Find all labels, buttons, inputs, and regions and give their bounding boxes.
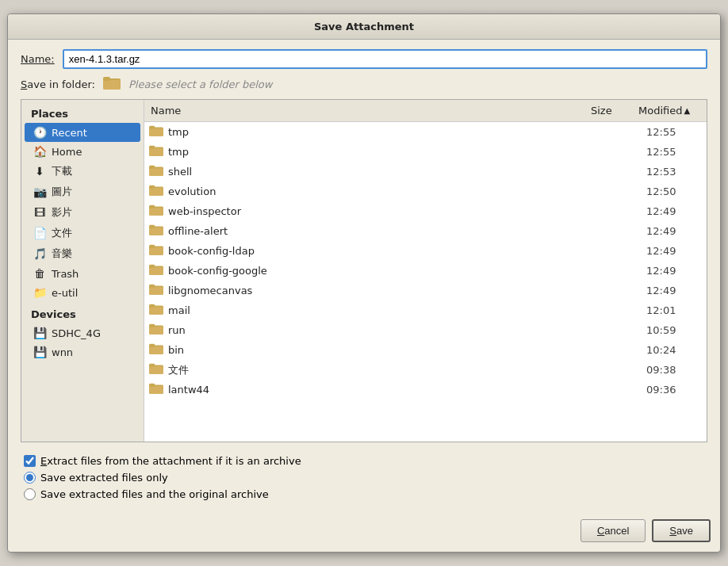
sidebar-item-eutil[interactable]: 📁 e-util: [21, 283, 144, 302]
table-row[interactable]: tmp 12:55: [144, 142, 707, 162]
browser-area: Places 🕐 Recent 🏠 Home ⬇ 下載 📷 圖片: [21, 99, 707, 442]
table-row[interactable]: book-config-ldap 12:49: [144, 241, 707, 261]
svg-rect-17: [149, 205, 155, 208]
svg-rect-13: [149, 188, 163, 196]
folder-file-icon: [149, 224, 163, 239]
svg-rect-25: [149, 267, 163, 275]
extract-checkbox-row: Extract files from the attachment if it …: [24, 455, 704, 467]
table-row[interactable]: run 10:59: [144, 320, 707, 340]
sidebar-item-videos[interactable]: 🎞 影片: [21, 202, 144, 223]
sdhc-icon: 💾: [33, 327, 47, 339]
file-name: evolution: [167, 185, 596, 197]
sidebar-item-documents[interactable]: 📄 文件: [21, 223, 144, 243]
sidebar-item-label: 文件: [52, 226, 72, 240]
svg-rect-1: [103, 80, 121, 90]
file-name: tmp: [167, 126, 596, 138]
svg-rect-11: [149, 166, 155, 169]
sidebar-item-home[interactable]: 🏠 Home: [21, 142, 144, 161]
svg-rect-10: [149, 168, 163, 176]
folder-file-icon: [149, 303, 163, 318]
file-modified: 09:38: [643, 364, 707, 376]
table-row[interactable]: lantw44 09:36: [144, 380, 707, 400]
sidebar-item-downloads[interactable]: ⬇ 下載: [21, 161, 144, 182]
table-row[interactable]: offline-alert 12:49: [144, 221, 707, 241]
folder-icon: [103, 75, 121, 93]
save-attachment-dialog: Save Attachment Name: Save in folder: Pl…: [7, 13, 721, 553]
folder-file-icon: [149, 362, 163, 377]
col-modified-header[interactable]: Modified ▲: [632, 103, 695, 118]
radio-save-original[interactable]: [24, 488, 36, 500]
svg-rect-4: [149, 128, 163, 136]
file-name: mail: [167, 304, 596, 316]
file-name: shell: [167, 166, 596, 178]
cancel-button[interactable]: Cancel: [580, 519, 646, 542]
radio-save-extracted[interactable]: [24, 472, 36, 484]
videos-icon: 🎞: [33, 206, 47, 219]
documents-icon: 📄: [33, 227, 47, 239]
file-modified: 10:24: [643, 344, 707, 356]
sidebar-item-label: 音樂: [52, 247, 72, 261]
radio2-label: Save extracted files and the original ar…: [40, 488, 269, 500]
folder-file-icon: [149, 382, 163, 397]
dialog-content: Name: Save in folder: Please select a fo…: [8, 40, 720, 513]
home-icon: 🏠: [33, 145, 47, 158]
file-modified: 12:55: [643, 146, 707, 158]
table-row[interactable]: 文件 09:38: [144, 360, 707, 380]
table-row[interactable]: shell 12:53: [144, 162, 707, 182]
music-icon: 🎵: [33, 247, 47, 260]
file-panel: Name Size Modified ▲ tmp 12:55: [144, 100, 707, 442]
folder-label: Save in folder:: [21, 78, 95, 90]
sidebar-item-label: 圖片: [52, 185, 72, 199]
file-name: bin: [167, 344, 596, 356]
sidebar-item-wnn[interactable]: 💾 wnn: [21, 342, 144, 361]
svg-rect-19: [149, 228, 163, 235]
file-name: web-inspector: [167, 205, 596, 217]
svg-rect-40: [149, 366, 163, 374]
svg-rect-7: [149, 148, 163, 156]
sidebar-item-recent[interactable]: 🕐 Recent: [25, 123, 140, 142]
file-list[interactable]: tmp 12:55 tmp 12:55 shell 12:53: [144, 122, 707, 442]
sidebar-item-label: SDHC_4G: [52, 327, 101, 339]
table-row[interactable]: web-inspector 12:49: [144, 201, 707, 221]
svg-rect-34: [149, 327, 163, 335]
name-label: Name:: [21, 53, 55, 65]
table-row[interactable]: libgnomecanvas 12:49: [144, 281, 707, 300]
table-row[interactable]: tmp 12:55: [144, 122, 707, 142]
svg-rect-23: [149, 245, 155, 248]
sidebar-item-sdhc[interactable]: 💾 SDHC_4G: [21, 323, 144, 342]
devices-heading: Devices: [21, 302, 144, 323]
folder-svg: [103, 75, 121, 90]
eutil-icon: 📁: [33, 286, 47, 299]
col-name-header[interactable]: Name: [144, 103, 584, 118]
folder-file-icon: [149, 263, 163, 278]
name-input[interactable]: [63, 49, 707, 69]
file-modified: 12:53: [643, 166, 707, 178]
sidebar-item-label: wnn: [52, 346, 73, 358]
radio1-row: Save extracted files only: [24, 472, 704, 484]
places-heading: Places: [21, 103, 144, 123]
col-size-header[interactable]: Size: [584, 103, 632, 118]
table-row[interactable]: mail 12:01: [144, 300, 707, 320]
name-row: Name:: [21, 49, 707, 69]
table-row[interactable]: evolution 12:50: [144, 182, 707, 201]
svg-rect-31: [149, 307, 163, 315]
sidebar-item-music[interactable]: 🎵 音樂: [21, 243, 144, 264]
table-row[interactable]: book-config-google 12:49: [144, 261, 707, 281]
recent-icon: 🕐: [33, 126, 47, 139]
sidebar-item-trash[interactable]: 🗑 Trash: [21, 264, 144, 283]
sidebar-item-label: Trash: [52, 268, 79, 280]
sort-arrow-icon: ▲: [684, 106, 690, 115]
folder-file-icon: [149, 124, 163, 140]
downloads-icon: ⬇: [33, 165, 47, 178]
file-modified: 10:59: [643, 324, 707, 336]
sidebar-item-label: Recent: [52, 127, 87, 139]
table-row[interactable]: bin 10:24: [144, 340, 707, 360]
folder-file-icon: [149, 164, 163, 179]
extract-checkbox[interactable]: [24, 455, 36, 467]
sidebar-item-pictures[interactable]: 📷 圖片: [21, 182, 144, 202]
radio2-row: Save extracted files and the original ar…: [24, 488, 704, 500]
file-modified: 12:49: [643, 205, 707, 217]
save-button[interactable]: Save: [652, 519, 711, 542]
sidebar-item-label: 下載: [52, 164, 72, 178]
svg-rect-29: [149, 285, 155, 288]
